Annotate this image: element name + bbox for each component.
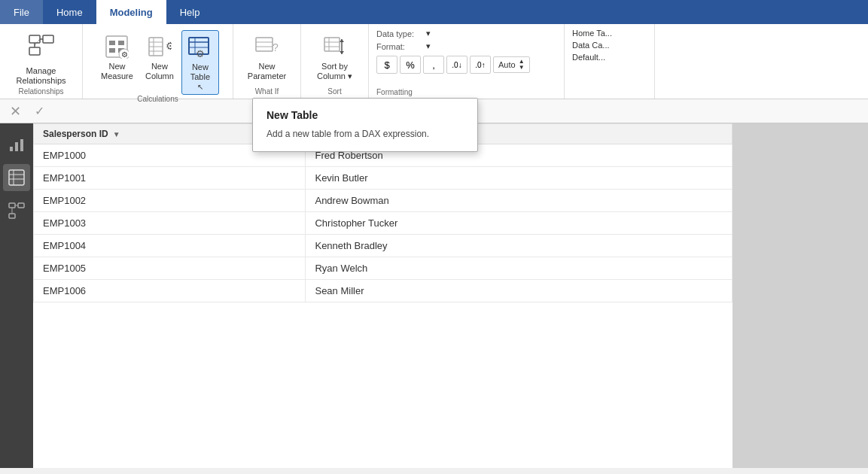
- home-table-label: Home Ta...: [572, 29, 612, 38]
- new-table-button[interactable]: ⚙ NewTable ↖: [181, 30, 219, 95]
- sort-buttons: Sort byColumn ▾: [312, 27, 357, 87]
- svg-rect-24: [256, 38, 273, 51]
- new-parameter-button[interactable]: ? NewParameter: [243, 30, 291, 84]
- manage-relationships-button[interactable]: ManageRelationships: [8, 30, 75, 87]
- data-cat-label: Data Ca...: [572, 41, 610, 50]
- ribbon: ManageRelationships Relationships ⚙: [0, 24, 868, 99]
- percent-button[interactable]: %: [400, 56, 421, 74]
- svg-rect-35: [20, 139, 23, 151]
- new-parameter-icon: ?: [253, 33, 280, 60]
- manage-relationships-label: ManageRelationships: [16, 66, 65, 86]
- svg-text:⚙: ⚙: [121, 50, 128, 59]
- format-value[interactable]: ▾: [426, 41, 431, 51]
- new-table-cursor: ↖: [197, 83, 203, 91]
- cell-id: EMP1006: [34, 280, 306, 302]
- sort-by-column-label: Sort byColumn ▾: [317, 62, 352, 81]
- table-container[interactable]: Salesperson ID ▼ Salespe... EMP1: [33, 123, 732, 468]
- sidebar-table-icon[interactable]: [3, 164, 30, 191]
- svg-rect-42: [9, 214, 15, 218]
- ribbon-group-whatif: ? NewParameter What If: [233, 24, 301, 99]
- new-measure-icon: ⚙: [103, 33, 130, 60]
- cell-name: Andrew Bowman: [306, 190, 732, 212]
- tab-home[interactable]: Home: [43, 0, 96, 24]
- sidebar: [0, 123, 33, 468]
- svg-rect-9: [109, 48, 115, 53]
- dollar-button[interactable]: $: [376, 56, 397, 74]
- svg-rect-1: [43, 35, 53, 43]
- new-column-label: NewColumn: [145, 62, 174, 81]
- cell-id: EMP1004: [34, 235, 306, 257]
- svg-line-5: [35, 39, 40, 45]
- table-row: EMP1001 Kevin Butler: [34, 167, 732, 190]
- sidebar-model-icon[interactable]: [3, 197, 30, 224]
- calculations-buttons: ⚙ NewMeasure ⚙ NewColumn: [96, 27, 219, 95]
- format-row: Format: ▾: [376, 40, 556, 53]
- svg-rect-33: [10, 147, 13, 151]
- svg-rect-2: [29, 47, 40, 55]
- ribbon-group-relationships: ManageRelationships Relationships: [0, 24, 83, 99]
- cell-id: EMP1005: [34, 257, 306, 280]
- cell-name: Ryan Welch: [306, 257, 732, 280]
- svg-text:⚙: ⚙: [196, 48, 205, 59]
- sort-by-column-icon: [321, 33, 349, 60]
- calculations-group-label: Calculations: [137, 95, 178, 106]
- relationships-group-label: Relationships: [18, 87, 63, 99]
- default-row: Default...: [572, 51, 647, 63]
- svg-rect-36: [9, 170, 24, 185]
- cell-id: EMP1001: [34, 167, 306, 190]
- main-area: Salesperson ID ▼ Salespe... EMP1: [33, 123, 732, 468]
- tab-help[interactable]: Help: [166, 0, 214, 24]
- new-measure-label: NewMeasure: [101, 62, 133, 81]
- format-buttons-row: $ % , .0↓ .0↑ Auto ▲▼: [376, 56, 556, 74]
- new-column-button[interactable]: ⚙ NewColumn: [141, 30, 178, 84]
- ribbon-group-formatting: Data type: ▾ Format: ▾ $ % , .0↓ .0↑ Aut…: [369, 24, 565, 99]
- svg-rect-34: [15, 142, 18, 151]
- new-table-icon: ⚙: [187, 34, 214, 61]
- svg-rect-0: [29, 35, 40, 43]
- sort-by-column-button[interactable]: Sort byColumn ▾: [312, 30, 357, 84]
- cell-name: Kevin Butler: [306, 167, 732, 190]
- formula-cancel-icon[interactable]: ✕: [6, 103, 24, 120]
- new-measure-button[interactable]: ⚙ NewMeasure: [96, 30, 138, 84]
- formatting-group-label: Formatting: [376, 88, 556, 99]
- new-column-icon: ⚙: [146, 33, 173, 60]
- table-row: EMP1002 Andrew Bowman: [34, 190, 732, 212]
- cell-id: EMP1002: [34, 190, 306, 212]
- right-panel: [732, 123, 868, 468]
- table-row: EMP1005 Ryan Welch: [34, 257, 732, 280]
- ribbon-group-extra: Home Ta... Data Ca... Default...: [565, 24, 655, 99]
- whatif-group-label: What If: [255, 87, 279, 99]
- auto-spinner[interactable]: Auto ▲▼: [493, 56, 530, 73]
- tab-modeling[interactable]: Modeling: [96, 0, 166, 24]
- svg-rect-7: [109, 41, 115, 45]
- data-type-value[interactable]: ▾: [426, 29, 431, 38]
- cell-name: Sean Miller: [306, 280, 732, 302]
- data-type-row: Data type: ▾: [376, 27, 556, 40]
- cell-id: EMP1003: [34, 212, 306, 235]
- content-area: Salesperson ID ▼ Salespe... EMP1: [0, 123, 868, 468]
- manage-relationships-icon: [28, 31, 55, 63]
- tooltip-popup: New Table Add a new table from a DAX exp…: [252, 98, 478, 152]
- tab-file[interactable]: File: [0, 0, 43, 24]
- svg-rect-28: [324, 38, 340, 51]
- svg-text:?: ?: [273, 41, 279, 53]
- increase-decimal-button[interactable]: .0↑: [470, 56, 491, 74]
- svg-rect-41: [18, 203, 24, 208]
- menu-bar: File Home Modeling Help: [0, 0, 868, 24]
- cell-name: Kenneth Bradley: [306, 235, 732, 257]
- table-row: EMP1003 Christopher Tucker: [34, 212, 732, 235]
- format-label: Format:: [376, 42, 422, 51]
- filter-icon-salesperson-id[interactable]: ▼: [113, 130, 120, 138]
- svg-rect-40: [9, 203, 15, 208]
- svg-rect-8: [118, 41, 124, 45]
- decrease-decimal-button[interactable]: .0↓: [446, 56, 468, 74]
- relationships-buttons: ManageRelationships: [8, 27, 75, 87]
- new-table-label: NewTable: [190, 62, 210, 82]
- formula-confirm-icon[interactable]: ✓: [30, 104, 48, 118]
- tooltip-body: Add a new table from a DAX expression.: [266, 127, 464, 141]
- comma-button[interactable]: ,: [423, 56, 444, 74]
- ribbon-group-calculations: ⚙ NewMeasure ⚙ NewColumn: [83, 24, 233, 99]
- sidebar-report-icon[interactable]: [3, 131, 30, 158]
- table-row: EMP1004 Kenneth Bradley: [34, 235, 732, 257]
- tooltip-title: New Table: [266, 109, 464, 121]
